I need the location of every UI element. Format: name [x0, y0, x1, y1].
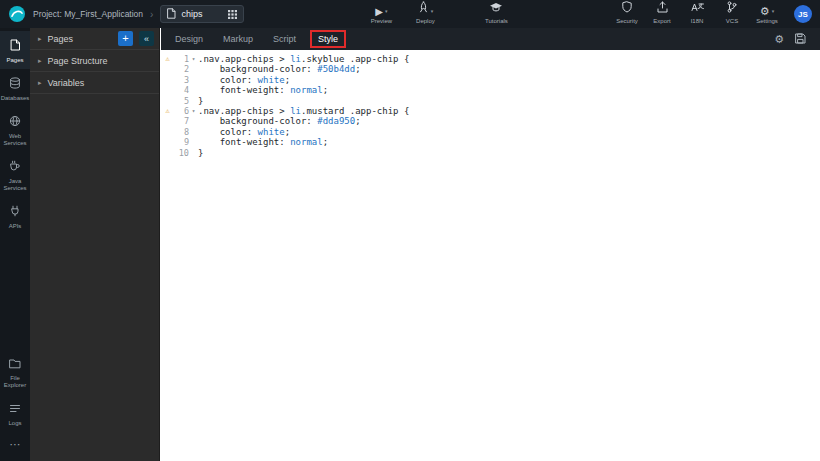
caret-down-icon[interactable]: ▾: [385, 8, 388, 14]
editor-line[interactable]: 10}: [161, 148, 820, 158]
panel-section-pages[interactable]: ▸ Pages + «: [30, 28, 159, 50]
tab-script[interactable]: Script: [263, 28, 306, 50]
warning-icon: ⚠: [161, 106, 174, 116]
rail-item-label: File Explorer: [0, 375, 30, 389]
tutorials-button[interactable]: Tutorials: [482, 4, 510, 24]
settings-button[interactable]: ⚙▾ Settings: [753, 4, 781, 24]
section-caret-icon[interactable]: ▸: [38, 57, 42, 65]
code-text[interactable]: font-weight: normal;: [198, 85, 328, 95]
rail-item-pages[interactable]: Pages: [0, 31, 30, 69]
tabbar-tools: ⚙: [774, 30, 806, 48]
tab-design[interactable]: Design: [165, 28, 213, 50]
line-number[interactable]: 6: [174, 106, 189, 116]
graduation-cap-icon: [489, 0, 503, 17]
page-file-icon: [167, 5, 176, 23]
editor-line[interactable]: ⚠6▾.nav.app-chips > li.mustard .app-chip…: [161, 106, 820, 116]
line-number[interactable]: 1: [174, 54, 189, 64]
editor-line[interactable]: 4 font-weight: normal;: [161, 85, 820, 95]
line-number[interactable]: 10: [174, 148, 189, 158]
tab-markup[interactable]: Markup: [213, 28, 263, 50]
editor-line[interactable]: 2 background-color: #50b4dd;: [161, 64, 820, 74]
topbar-right-actions: Security Export I18N VCS ⚙▾ Settings JS: [613, 4, 812, 24]
editor-tabbar: Design Markup Script Style ⚙: [161, 28, 820, 50]
code-text[interactable]: }: [198, 96, 203, 106]
page-selector[interactable]: chips: [160, 5, 244, 23]
fold-icon[interactable]: ▾: [189, 106, 198, 116]
editor-line[interactable]: 3 color: white;: [161, 75, 820, 85]
rail-item-label: Databases: [1, 95, 30, 102]
preview-button[interactable]: ▶▾ Preview: [367, 4, 395, 24]
editor-line[interactable]: ⚠1▾.nav.app-chips > li.skyblue .app-chip…: [161, 54, 820, 64]
fold-icon[interactable]: ▾: [189, 54, 198, 64]
current-page-name: chips: [181, 9, 223, 19]
rail-item-label: Web Services: [0, 133, 30, 147]
editor-line[interactable]: 9 font-weight: normal;: [161, 137, 820, 147]
save-icon[interactable]: [795, 30, 806, 48]
rail-item-web-services[interactable]: Web Services: [0, 107, 30, 152]
page-grid-icon[interactable]: [228, 5, 237, 23]
add-page-button[interactable]: +: [118, 31, 133, 46]
style-code-editor[interactable]: ⚠1▾.nav.app-chips > li.skyblue .app-chip…: [161, 50, 820, 461]
rocket-icon: [418, 0, 429, 17]
rail-item-label: Java Services: [0, 178, 30, 192]
chevron-right-icon: ›: [150, 9, 153, 20]
caret-down-icon[interactable]: ▾: [772, 8, 775, 14]
list-icon: [9, 400, 21, 418]
rail-item-file-explorer[interactable]: File Explorer: [0, 349, 30, 394]
code-text[interactable]: }: [198, 148, 203, 158]
editor-line[interactable]: 7 background-color: #dda950;: [161, 116, 820, 126]
collapse-panel-button[interactable]: «: [139, 31, 154, 46]
line-number[interactable]: 9: [174, 137, 189, 147]
rail-item-apis[interactable]: APIs: [0, 197, 30, 235]
line-number[interactable]: 4: [174, 85, 189, 95]
tutorials-label: Tutorials: [485, 18, 508, 24]
rail-item-logs[interactable]: Logs: [0, 394, 30, 432]
vcs-button[interactable]: VCS: [718, 4, 746, 24]
panel-section-label: Pages: [48, 34, 74, 44]
caret-down-icon[interactable]: ▾: [431, 8, 434, 14]
editor-line[interactable]: 5}: [161, 96, 820, 106]
code-text[interactable]: color: white;: [198, 127, 290, 137]
editor-settings-gear-icon[interactable]: ⚙: [774, 33, 784, 45]
code-text[interactable]: font-weight: normal;: [198, 137, 328, 147]
export-icon: [657, 0, 668, 17]
editor-line[interactable]: 8 color: white;: [161, 127, 820, 137]
export-button[interactable]: Export: [648, 4, 676, 24]
section-caret-icon[interactable]: ▸: [38, 79, 42, 87]
folder-icon: [9, 355, 21, 373]
coffee-cup-icon: [9, 158, 21, 176]
rail-item-label: Logs: [8, 420, 21, 427]
user-avatar[interactable]: JS: [794, 5, 812, 23]
line-number[interactable]: 3: [174, 75, 189, 85]
left-rail: Pages Databases Web Services Java Servic…: [0, 28, 30, 461]
section-caret-icon[interactable]: ▸: [38, 35, 42, 43]
project-label: Project: My_First_Application: [33, 9, 143, 19]
line-number[interactable]: 8: [174, 127, 189, 137]
plug-icon: [9, 203, 21, 221]
line-number[interactable]: 2: [174, 64, 189, 74]
export-label: Export: [653, 18, 670, 24]
security-button[interactable]: Security: [613, 4, 641, 24]
line-number[interactable]: 5: [174, 96, 189, 106]
panel-section-variables[interactable]: ▸ Variables: [30, 72, 159, 94]
tab-style[interactable]: Style: [310, 30, 346, 48]
app-logo-icon[interactable]: [8, 5, 26, 23]
code-text[interactable]: color: white;: [198, 75, 290, 85]
code-text[interactable]: .nav.app-chips > li.skyblue .app-chip {: [198, 54, 409, 64]
vcs-label: VCS: [726, 18, 738, 24]
more-options-icon[interactable]: ⋯: [0, 432, 30, 461]
panel-section-page-structure[interactable]: ▸ Page Structure: [30, 50, 159, 72]
code-text[interactable]: background-color: #50b4dd;: [198, 64, 361, 74]
rail-item-java-services[interactable]: Java Services: [0, 152, 30, 197]
topbar-center-actions: ▶▾ Preview ▾ Deploy: [367, 4, 439, 24]
branch-icon: [727, 0, 737, 17]
rail-item-label: Pages: [6, 57, 23, 64]
content-area: Design Markup Script Style ⚙ ⚠1▾.nav.app…: [161, 28, 820, 461]
line-number[interactable]: 7: [174, 116, 189, 126]
rail-item-databases[interactable]: Databases: [0, 69, 30, 107]
code-text[interactable]: background-color: #dda950;: [198, 116, 361, 126]
i18n-button[interactable]: I18N: [683, 4, 711, 24]
deploy-button[interactable]: ▾ Deploy: [411, 4, 439, 24]
code-text[interactable]: .nav.app-chips > li.mustard .app-chip {: [198, 106, 409, 116]
gear-icon: ⚙: [760, 5, 770, 17]
